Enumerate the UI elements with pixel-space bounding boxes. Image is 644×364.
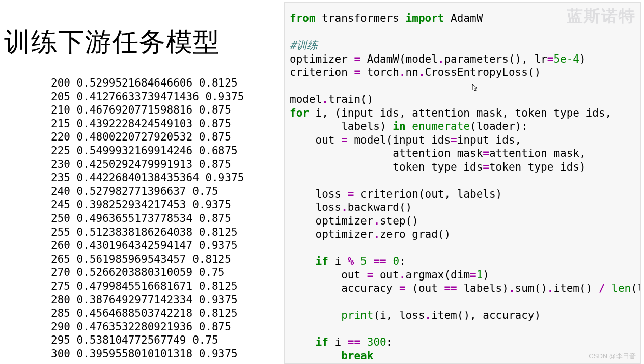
kw-if: if bbox=[290, 336, 328, 348]
code-block: from transformers import AdamW #训练 optim… bbox=[290, 12, 637, 362]
builtin-print: print bbox=[341, 309, 373, 321]
kw-for: for bbox=[290, 107, 309, 119]
left-panel: 训练下游任务模型 200 0.5299521684646606 0.8125 2… bbox=[0, 0, 284, 364]
kw-from: from bbox=[290, 12, 316, 24]
page-title: 训练下游任务模型 bbox=[4, 24, 220, 60]
kw-break: break bbox=[341, 350, 373, 362]
kw-import: import bbox=[406, 12, 444, 24]
kw-if: if bbox=[290, 255, 328, 267]
code-panel: from transformers import AdamW #训练 optim… bbox=[284, 2, 641, 364]
kw-in: in bbox=[393, 120, 405, 132]
comment-train: #训练 bbox=[290, 39, 318, 51]
training-log-output: 200 0.5299521684646606 0.8125 205 0.4127… bbox=[51, 76, 244, 360]
